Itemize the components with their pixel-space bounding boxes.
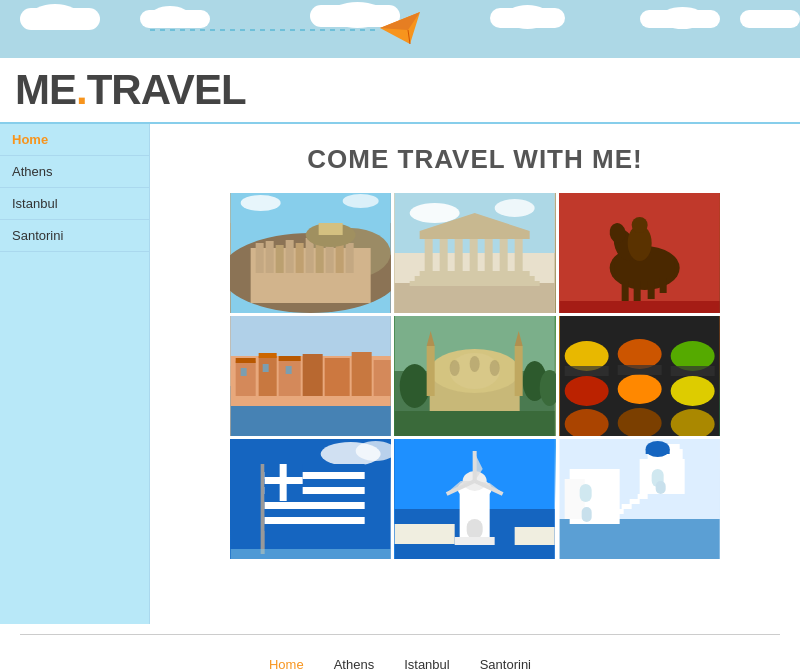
svg-rect-45 bbox=[633, 281, 640, 301]
svg-rect-140 bbox=[629, 499, 639, 504]
svg-point-92 bbox=[670, 376, 714, 406]
main-layout: Home Athens Istanbul Santorini COME TRAV… bbox=[0, 124, 800, 624]
svg-rect-68 bbox=[263, 364, 269, 372]
svg-rect-37 bbox=[500, 238, 508, 278]
cloud-decoration bbox=[30, 4, 80, 29]
svg-rect-20 bbox=[319, 223, 343, 235]
svg-rect-114 bbox=[280, 464, 287, 501]
svg-point-91 bbox=[617, 374, 661, 404]
svg-point-22 bbox=[241, 195, 281, 211]
svg-rect-67 bbox=[241, 368, 247, 376]
footer-nav-home[interactable]: Home bbox=[269, 657, 304, 669]
footer-nav-athens[interactable]: Athens bbox=[334, 657, 374, 669]
sidebar-item-athens[interactable]: Athens bbox=[0, 156, 149, 188]
footer-nav-istanbul[interactable]: Istanbul bbox=[404, 657, 450, 669]
photo-spices-market bbox=[559, 316, 720, 436]
svg-rect-115 bbox=[231, 549, 391, 559]
sidebar-item-istanbul[interactable]: Istanbul bbox=[0, 188, 149, 220]
svg-rect-147 bbox=[581, 507, 591, 522]
sidebar: Home Athens Istanbul Santorini bbox=[0, 124, 150, 624]
photo-windmill bbox=[394, 439, 555, 559]
svg-rect-47 bbox=[659, 278, 666, 293]
svg-rect-57 bbox=[236, 361, 256, 396]
svg-rect-97 bbox=[617, 365, 661, 375]
cloud-decoration bbox=[740, 10, 800, 28]
svg-rect-66 bbox=[279, 356, 301, 361]
page-title: COME TRAVEL WITH ME! bbox=[170, 144, 780, 175]
svg-rect-58 bbox=[259, 356, 277, 396]
svg-rect-44 bbox=[621, 281, 628, 301]
svg-point-84 bbox=[490, 360, 500, 376]
svg-rect-59 bbox=[279, 359, 301, 396]
main-content: COME TRAVEL WITH ME! bbox=[150, 124, 800, 624]
svg-rect-18 bbox=[346, 243, 354, 273]
cloud-decoration bbox=[505, 5, 550, 29]
svg-rect-127 bbox=[467, 519, 483, 539]
svg-rect-111 bbox=[265, 524, 365, 531]
sidebar-item-home[interactable]: Home bbox=[0, 124, 149, 156]
photo-hagia-sophia bbox=[394, 316, 555, 436]
svg-rect-9 bbox=[256, 243, 264, 273]
svg-rect-33 bbox=[440, 238, 448, 278]
svg-rect-11 bbox=[276, 245, 284, 273]
svg-rect-141 bbox=[621, 504, 631, 509]
footer-nav-santorini[interactable]: Santorini bbox=[480, 657, 531, 669]
svg-rect-128 bbox=[455, 537, 495, 545]
svg-rect-109 bbox=[265, 509, 365, 517]
svg-rect-139 bbox=[637, 494, 647, 499]
svg-rect-129 bbox=[395, 524, 455, 544]
cloud-decoration bbox=[660, 7, 705, 29]
svg-point-26 bbox=[410, 203, 460, 223]
svg-rect-38 bbox=[515, 238, 523, 278]
plane-trail bbox=[150, 25, 380, 35]
photo-parthenon bbox=[394, 193, 555, 313]
svg-rect-110 bbox=[265, 517, 365, 524]
svg-rect-60 bbox=[303, 354, 323, 396]
svg-rect-36 bbox=[485, 238, 493, 278]
svg-point-51 bbox=[631, 217, 647, 233]
svg-rect-28 bbox=[395, 283, 555, 313]
logo-dot: . bbox=[76, 66, 87, 113]
svg-rect-138 bbox=[645, 449, 669, 454]
photo-horse-statue bbox=[559, 193, 720, 313]
svg-point-90 bbox=[564, 376, 608, 406]
site-logo: ME.TRAVEL bbox=[15, 66, 246, 114]
photo-athens-aerial bbox=[230, 193, 391, 313]
svg-rect-85 bbox=[395, 411, 555, 436]
svg-rect-10 bbox=[266, 241, 274, 273]
header-sky bbox=[0, 0, 800, 58]
logo-travel: TRAVEL bbox=[87, 66, 246, 113]
photo-coastal-town bbox=[230, 316, 391, 436]
svg-rect-32 bbox=[425, 238, 433, 278]
svg-rect-63 bbox=[374, 360, 391, 396]
svg-rect-102 bbox=[261, 464, 265, 554]
logo-me: ME bbox=[15, 66, 76, 113]
svg-rect-46 bbox=[647, 281, 654, 299]
svg-rect-79 bbox=[515, 346, 523, 396]
paper-plane-icon bbox=[380, 12, 420, 48]
svg-rect-96 bbox=[564, 366, 608, 376]
svg-point-88 bbox=[617, 339, 661, 369]
photo-greek-flag bbox=[230, 439, 391, 559]
footer-divider bbox=[20, 634, 780, 635]
svg-rect-12 bbox=[286, 240, 294, 273]
svg-rect-148 bbox=[655, 481, 665, 494]
svg-rect-98 bbox=[670, 366, 714, 376]
svg-rect-61 bbox=[325, 358, 350, 396]
footer-nav: Home Athens Istanbul Santorini bbox=[0, 645, 800, 669]
svg-rect-34 bbox=[455, 238, 463, 278]
svg-rect-69 bbox=[286, 366, 292, 374]
svg-rect-16 bbox=[326, 245, 334, 273]
photo-white-buildings bbox=[559, 439, 720, 559]
svg-rect-145 bbox=[579, 484, 591, 502]
svg-rect-39 bbox=[420, 231, 530, 239]
svg-rect-130 bbox=[515, 527, 555, 545]
svg-rect-35 bbox=[470, 238, 478, 278]
svg-rect-62 bbox=[352, 352, 372, 396]
svg-point-23 bbox=[343, 194, 379, 208]
svg-rect-14 bbox=[306, 238, 314, 273]
sidebar-item-santorini[interactable]: Santorini bbox=[0, 220, 149, 252]
svg-rect-15 bbox=[316, 242, 324, 273]
svg-point-72 bbox=[400, 364, 430, 408]
svg-rect-13 bbox=[296, 243, 304, 273]
